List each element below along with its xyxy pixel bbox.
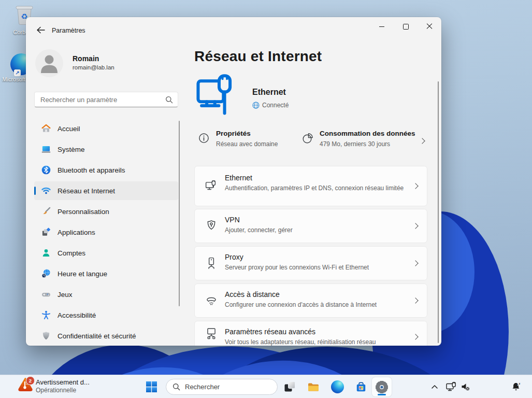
store-button[interactable]: [352, 377, 370, 396]
notification-badge: 2: [26, 376, 35, 385]
status-text: Connecté: [262, 102, 289, 109]
gaming-icon: [41, 289, 51, 300]
sidebar-item-confidentialite[interactable]: Confidentialité et sécurité: [34, 326, 178, 345]
sidebar-item-accessibilite[interactable]: Accessibilité: [34, 306, 178, 324]
data-usage-title[interactable]: Consommation des données: [320, 130, 415, 137]
sidebar-item-applications[interactable]: Applications: [34, 223, 178, 241]
info-icon: [198, 133, 209, 144]
search-input[interactable]: [35, 92, 160, 107]
windows-logo-icon: [146, 381, 157, 392]
card-title: Proxy: [225, 253, 243, 261]
sidebar-item-bluetooth[interactable]: Bluetooth et appareils: [34, 161, 178, 179]
active-app-indicator: [378, 394, 386, 395]
time-language-icon: [41, 268, 51, 279]
card-subtitle: Authentification, paramètres IP et DNS, …: [225, 184, 404, 193]
properties-title[interactable]: Propriétés: [216, 130, 251, 137]
tray-notifications-button[interactable]: z z: [509, 379, 523, 395]
card-subtitle: Serveur proxy pour les connexions Wi-Fi …: [225, 263, 369, 272]
edge-icon: [331, 380, 344, 393]
advanced-network-icon: [205, 328, 218, 340]
store-icon: [355, 381, 367, 393]
sidebar-item-label: Accessibilité: [57, 311, 96, 319]
taskbar-search[interactable]: Rechercher: [166, 379, 278, 395]
window-title: Paramètres: [52, 27, 85, 34]
card-title: Accès à distance: [225, 290, 280, 298]
user-email: romain@lab.lan: [73, 64, 114, 70]
bluetooth-icon: [41, 165, 51, 175]
globe-icon: [252, 102, 260, 109]
shortcut-arrow-icon: ↗: [14, 69, 21, 76]
data-usage-icon: [302, 133, 313, 144]
main-scrollbar[interactable]: [438, 81, 439, 343]
dialup-icon: [205, 294, 218, 307]
card-subtitle: Configurer une connexion d'accès à dista…: [225, 301, 377, 309]
edge-button[interactable]: [328, 377, 347, 396]
card-acces-a-distance[interactable]: Accès à distance Configurer une connexio…: [194, 283, 427, 318]
card-title: VPN: [225, 216, 240, 224]
sidebar-item-label: Personnalisation: [57, 208, 109, 216]
sidebar-item-label: Heure et langue: [57, 270, 107, 278]
search-icon: [165, 96, 173, 104]
system-icon: [41, 144, 51, 154]
sidebar-item-label: Accueil: [57, 125, 80, 133]
task-view-button[interactable]: [280, 377, 299, 396]
sidebar-scrollbar[interactable]: [179, 121, 180, 306]
personalization-icon: [41, 206, 51, 217]
sidebar-item-heure-et-langue[interactable]: Heure et langue: [34, 264, 178, 283]
sidebar-item-systeme[interactable]: Système: [34, 140, 178, 159]
settings-button[interactable]: [372, 377, 392, 396]
taskbar: 2 Avertissement d... Opérationnelle: [0, 375, 532, 398]
sidebar-item-label: Applications: [57, 229, 95, 236]
sidebar-item-label: Réseau et Internet: [57, 187, 115, 195]
card-proxy[interactable]: Proxy Serveur proxy pour les connexions …: [194, 246, 427, 280]
settings-search[interactable]: [34, 92, 178, 107]
ethernet-monitor-icon: [194, 74, 239, 116]
accounts-icon: [41, 248, 51, 258]
proxy-server-icon: [205, 257, 218, 269]
sidebar-item-personnalisation[interactable]: Personnalisation: [34, 202, 178, 221]
chevron-right-icon: [412, 297, 418, 303]
task-view-icon: [284, 381, 296, 393]
notification-status: Opérationnelle: [36, 387, 90, 394]
ethernet-tray-icon: [445, 382, 456, 392]
tray-chevron-button[interactable]: [428, 379, 441, 395]
notification-flyout[interactable]: 2 Avertissement d... Opérationnelle: [18, 377, 90, 394]
tray-volume-button[interactable]: [458, 379, 472, 395]
privacy-shield-icon: [41, 331, 51, 341]
settings-gear-icon: [375, 380, 389, 394]
card-parametres-reseau-avances[interactable]: Paramètres réseau avancés Voir tous les …: [194, 321, 427, 346]
sidebar-item-label: Bluetooth et appareils: [57, 166, 125, 174]
sidebar-item-jeux[interactable]: Jeux: [34, 285, 178, 304]
sidebar-item-label: Jeux: [57, 291, 73, 298]
sidebar-item-label: Comptes: [57, 249, 85, 257]
volume-muted-icon: [461, 382, 470, 391]
card-ethernet[interactable]: Ethernet Authentification, paramètres IP…: [194, 166, 427, 206]
chevron-right-icon: [412, 183, 418, 189]
card-subtitle: Ajouter, connecter, gérer: [225, 226, 293, 235]
card-vpn[interactable]: VPN Ajouter, connecter, gérer: [194, 209, 427, 243]
file-explorer-button[interactable]: [304, 377, 323, 396]
sidebar-item-reseau-et-internet[interactable]: Réseau et Internet: [34, 181, 178, 200]
back-arrow-icon: [36, 26, 45, 34]
settings-window: Paramètres Romain romain@lab.lan: [26, 17, 441, 346]
notification-title: Avertissement d...: [36, 378, 90, 387]
start-button[interactable]: [142, 377, 161, 396]
sidebar-item-comptes[interactable]: Comptes: [34, 244, 178, 262]
back-button[interactable]: [33, 24, 48, 36]
vpn-shield-icon: [205, 220, 218, 232]
quick-info-row: Propriétés Réseau avec domaine Consommat…: [194, 129, 428, 155]
chevron-right-icon: [419, 138, 425, 144]
user-name: Romain: [73, 54, 99, 63]
data-usage-subtitle: 479 Mo, derniers 30 jours: [320, 140, 390, 148]
accessibility-icon: [41, 310, 51, 320]
card-subtitle: Voir tous les adaptateurs réseau, réinit…: [225, 338, 376, 346]
tray-network-button[interactable]: [443, 379, 458, 395]
chevron-right-icon: [412, 223, 418, 229]
connection-status: Connecté: [252, 102, 289, 109]
ethernet-icon: [205, 180, 218, 192]
sidebar-nav: Accueil Système Bluetooth: [34, 119, 178, 346]
avatar[interactable]: [35, 49, 63, 77]
chevron-up-icon: [431, 384, 438, 390]
taskbar-search-label: Rechercher: [185, 383, 220, 391]
sidebar-item-accueil[interactable]: Accueil: [34, 119, 178, 138]
